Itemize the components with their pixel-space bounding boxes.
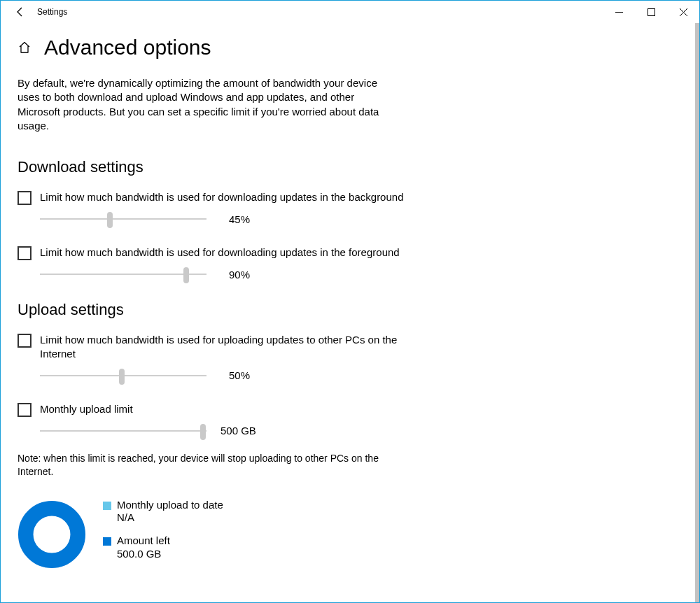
legend-uploaded-label: Monthly upload to date (117, 499, 223, 512)
page-title: Advanced options (44, 36, 211, 59)
upload-monthly-checkbox[interactable] (18, 403, 31, 417)
download-fg-checkbox[interactable] (18, 246, 31, 260)
download-section-title: Download settings (18, 158, 682, 176)
upload-monthly-label: Monthly upload limit (40, 402, 133, 416)
download-bg-value: 45% (229, 213, 271, 225)
svg-rect-0 (648, 8, 654, 15)
upload-peer-value: 50% (229, 369, 271, 381)
legend-left-label: Amount left (117, 534, 170, 548)
legend-uploaded-swatch (103, 502, 111, 510)
upload-monthly-slider[interactable] (40, 424, 206, 438)
upload-note: Note: when this limit is reached, your d… (18, 452, 396, 479)
legend-uploaded-value: N/A (117, 511, 223, 525)
home-icon[interactable] (18, 41, 31, 55)
titlebar: Settings (1, 1, 699, 23)
content-area: Advanced options By default, we're dynam… (1, 23, 699, 603)
legend-left: Amount left 500.0 GB (103, 534, 223, 561)
upload-peer-checkbox[interactable] (18, 334, 31, 348)
window-title: Settings (34, 7, 67, 17)
download-bg-slider[interactable] (40, 212, 206, 226)
usage-donut (18, 500, 86, 569)
intro-text: By default, we're dynamically optimizing… (18, 76, 396, 133)
upload-peer-slider[interactable] (40, 369, 206, 383)
maximize-button[interactable] (635, 1, 667, 23)
legend-left-swatch (103, 537, 111, 546)
upload-section-title: Upload settings (18, 301, 682, 319)
download-fg-slider[interactable] (40, 267, 206, 281)
back-button[interactable] (6, 1, 34, 23)
download-bg-checkbox[interactable] (18, 191, 31, 205)
download-fg-value: 90% (229, 269, 271, 281)
download-bg-label: Limit how much bandwidth is used for dow… (40, 190, 404, 204)
upload-peer-label: Limit how much bandwidth is used for upl… (40, 333, 432, 362)
close-button[interactable] (667, 1, 699, 23)
usage-panel: Monthly upload to date N/A Amount left 5… (18, 499, 682, 571)
download-fg-label: Limit how much bandwidth is used for dow… (40, 246, 400, 260)
minimize-button[interactable] (603, 1, 635, 23)
legend-left-value: 500.0 GB (117, 548, 170, 561)
upload-monthly-value: 500 GB (220, 425, 262, 437)
svg-point-1 (26, 509, 78, 560)
legend-uploaded: Monthly upload to date N/A (103, 499, 223, 525)
